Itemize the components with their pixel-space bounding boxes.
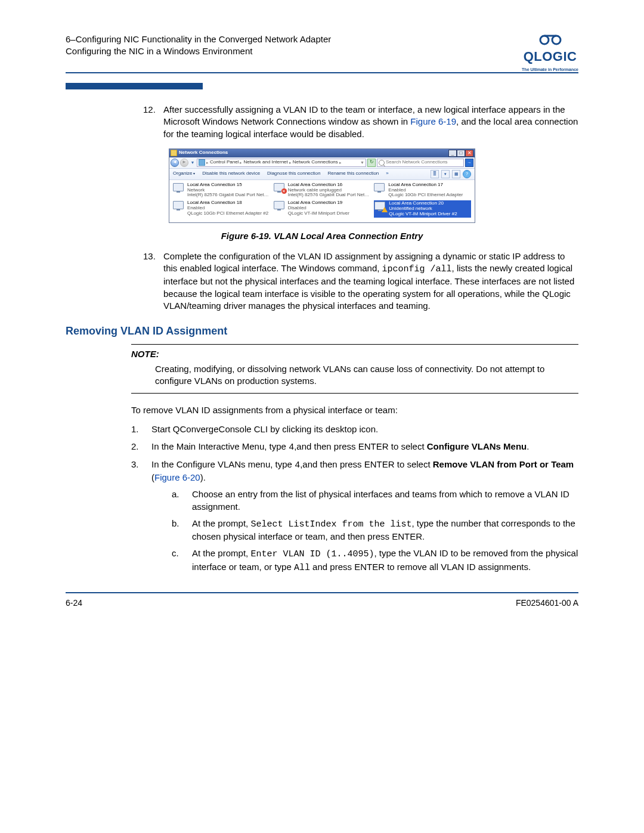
note-body: Creating, modifying, or dissolving netwo… [155, 363, 578, 388]
address-bar: ◄ ► ▼ ▸Control Panel ▸Network and Intern… [169, 157, 475, 169]
rstep-3: 3. In the Configure VLANs menu, type 4,a… [131, 459, 578, 574]
view-dropdown-icon[interactable]: ▾ [441, 170, 450, 178]
connection-text: Local Area Connection 15NetworkIntel(R) … [187, 182, 269, 198]
network-adapter-icon [173, 183, 185, 193]
diagnose-button[interactable]: Diagnose this connection [267, 171, 320, 177]
connection-text: Local Area Connection 16Network cable un… [288, 182, 370, 198]
figure-link-6-20[interactable]: Figure 6-20 [154, 472, 200, 482]
window-title: Network Connections [179, 150, 228, 156]
connection-text: Local Area Connection 17EnabledQLogic 10… [388, 182, 463, 198]
accent-bar [66, 83, 203, 89]
preview-pane-icon[interactable]: ▦ [452, 170, 460, 178]
logo-icon [537, 33, 564, 47]
network-adapter-icon [374, 202, 386, 211]
network-adapter-icon: ✕ [274, 183, 286, 193]
search-go-icon[interactable]: → [465, 159, 473, 167]
section-heading: Removing VLAN ID Assignment [66, 324, 578, 338]
header-line2: Configuring the NIC in a Windows Environ… [66, 45, 331, 57]
connection-text: Local Area Connection 18EnabledQLogic 10… [187, 200, 268, 216]
window-titlebar: Network Connections _ □ ✕ [169, 149, 475, 157]
substep-b: b. At the prompt, Select ListIndex from … [172, 518, 578, 543]
folder-icon [199, 159, 205, 166]
maximize-icon[interactable]: □ [457, 150, 465, 157]
note-block: NOTE: Creating, modifying, or dissolving… [131, 344, 578, 394]
substep-c: c. At the prompt, Enter VLAN ID (1..4095… [172, 547, 578, 574]
minimize-icon[interactable]: _ [448, 150, 457, 157]
overflow-icon[interactable] [386, 171, 388, 177]
connection-item[interactable]: Local Area Connection 20Unidentified net… [374, 200, 471, 217]
search-icon [379, 160, 385, 166]
connection-grid: Local Area Connection 15NetworkIntel(R) … [169, 180, 475, 222]
step-number: 12. [143, 104, 163, 140]
connection-text: Local Area Connection 19DisabledQLogic V… [288, 200, 349, 216]
qlogic-logo: QLOGIC The Ultimate in Performance [522, 33, 578, 72]
network-connections-window: Network Connections _ □ ✕ ◄ ► ▼ ▸Control… [169, 148, 475, 223]
svg-point-0 [540, 36, 549, 44]
network-adapter-icon [274, 201, 286, 210]
doc-number: FE0254601-00 A [516, 597, 578, 609]
step-body: After successfully assigning a VLAN ID t… [163, 104, 578, 140]
connection-item[interactable]: Local Area Connection 15NetworkIntel(R) … [173, 182, 270, 198]
header-text: 6–Configuring NIC Functionality in the C… [66, 33, 331, 58]
figure-link-6-19[interactable]: Figure 6-19 [410, 116, 456, 126]
step-12: 12. After successfully assigning a VLAN … [143, 104, 578, 140]
forward-icon[interactable]: ► [180, 159, 188, 167]
step-13: 13. Complete the configuration of the VL… [143, 250, 578, 312]
rstep-1: 1. Start QConvergeConsole CLI by clickin… [131, 423, 578, 435]
network-adapter-icon [374, 183, 386, 193]
svg-point-1 [552, 36, 561, 44]
back-icon[interactable]: ◄ [171, 159, 179, 167]
connection-item[interactable]: Local Area Connection 19DisabledQLogic V… [274, 200, 371, 217]
organize-menu[interactable]: Organize [173, 171, 195, 177]
logo-text: QLOGIC [522, 48, 578, 66]
rstep-2: 2. In the Main Interactive Menu, type 4,… [131, 441, 578, 454]
rename-button[interactable]: Rename this connection [327, 171, 379, 177]
logo-tagline: The Ultimate in Performance [522, 67, 578, 72]
page-footer: 6-24 FE0254601-00 A [66, 597, 578, 609]
connection-item[interactable]: Local Area Connection 17EnabledQLogic 10… [374, 182, 471, 198]
intro-text: To remove VLAN ID assignments from a phy… [131, 404, 578, 416]
substep-a: a. Choose an entry from the list of phys… [172, 488, 578, 513]
connection-text: Local Area Connection 20Unidentified net… [389, 201, 457, 216]
disable-device-button[interactable]: Disable this network device [202, 171, 260, 177]
help-icon[interactable]: ? [463, 170, 471, 178]
note-label: NOTE: [131, 348, 578, 360]
step-body: Complete the configuration of the VLAN I… [163, 250, 578, 312]
page-header: 6–Configuring NIC Functionality in the C… [66, 33, 578, 72]
step-number: 13. [143, 250, 163, 312]
close-icon[interactable]: ✕ [465, 150, 473, 157]
network-adapter-icon [173, 201, 185, 210]
toolbar: Organize Disable this network device Dia… [169, 169, 475, 180]
connection-item[interactable]: ✕Local Area Connection 16Network cable u… [274, 182, 371, 198]
view-icon[interactable]: ≣ [431, 170, 439, 178]
footer-rule [66, 592, 578, 593]
header-line1: 6–Configuring NIC Functionality in the C… [66, 33, 331, 45]
history-dropdown-icon[interactable]: ▼ [190, 160, 196, 166]
breadcrumb-bar[interactable]: ▸Control Panel ▸Network and Internet ▸Ne… [197, 159, 366, 167]
header-rule [66, 72, 578, 73]
refresh-icon[interactable]: ↻ [367, 159, 376, 167]
window-icon [171, 150, 177, 156]
connection-item[interactable]: Local Area Connection 18EnabledQLogic 10… [173, 200, 270, 217]
search-input[interactable]: Search Network Connections [377, 159, 464, 167]
page-number: 6-24 [66, 597, 82, 609]
figure-caption: Figure 6-19. VLAN Local Area Connection … [66, 230, 578, 242]
